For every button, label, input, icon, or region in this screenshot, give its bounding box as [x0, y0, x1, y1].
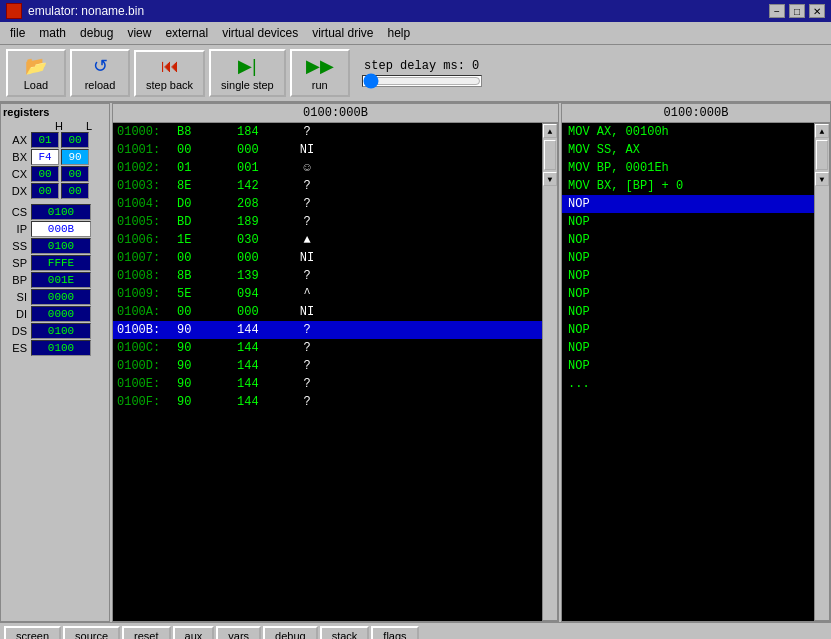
hex-b2: 144: [237, 321, 297, 339]
reg-bx-name: BX: [3, 151, 27, 163]
asm-row[interactable]: NOP: [562, 231, 814, 249]
hex-row[interactable]: 01004: D0 208?: [113, 195, 542, 213]
hex-addr: 0100E:: [117, 375, 177, 393]
hex-row[interactable]: 01002: 01 001☺: [113, 159, 542, 177]
reg-ax-l[interactable]: 00: [61, 132, 89, 148]
reg-bx-l[interactable]: 90: [61, 149, 89, 165]
reg-es-name: ES: [3, 342, 27, 354]
asm-row[interactable]: MOV BX, [BP] + 0: [562, 177, 814, 195]
hex-row[interactable]: 01003: 8E 142?: [113, 177, 542, 195]
aux-button[interactable]: aux: [173, 626, 215, 639]
menu-help[interactable]: help: [382, 24, 417, 42]
asm-row[interactable]: MOV BP, 0001Eh: [562, 159, 814, 177]
hex-row[interactable]: 0100B: 90 144?: [113, 321, 542, 339]
reg-ds-val[interactable]: 0100: [31, 323, 91, 339]
asm-row[interactable]: MOV SS, AX: [562, 141, 814, 159]
menu-view[interactable]: view: [121, 24, 157, 42]
hex-row[interactable]: 0100D: 90 144?: [113, 357, 542, 375]
menu-file[interactable]: file: [4, 24, 31, 42]
menu-external[interactable]: external: [159, 24, 214, 42]
reg-ax-h[interactable]: 01: [31, 132, 59, 148]
vars-button[interactable]: vars: [216, 626, 261, 639]
hex-b2: 184: [237, 123, 297, 141]
flags-button[interactable]: flags: [371, 626, 418, 639]
hex-row[interactable]: 01001: 00 000NI: [113, 141, 542, 159]
hex-row[interactable]: 01007: 00 000NI: [113, 249, 542, 267]
hex-row[interactable]: 01000: B8 184?: [113, 123, 542, 141]
asm-scroll-up[interactable]: ▲: [815, 124, 829, 138]
step-delay-input[interactable]: [363, 76, 481, 86]
reload-button[interactable]: ↺ reload: [70, 49, 130, 97]
reg-sp-val[interactable]: FFFE: [31, 255, 91, 271]
asm-row[interactable]: MOV AX, 00100h: [562, 123, 814, 141]
run-button[interactable]: ▶▶ run: [290, 49, 350, 97]
single-step-icon: ▶|: [238, 55, 257, 77]
window-title: emulator: noname.bin: [28, 4, 144, 18]
asm-row[interactable]: NOP: [562, 249, 814, 267]
stack-button[interactable]: stack: [320, 626, 370, 639]
reg-es-val[interactable]: 0100: [31, 340, 91, 356]
asm-row[interactable]: NOP: [562, 285, 814, 303]
single-step-button[interactable]: ▶| single step: [209, 49, 286, 97]
reg-cx-h[interactable]: 00: [31, 166, 59, 182]
load-button[interactable]: 📂 Load: [6, 49, 66, 97]
asm-row[interactable]: NOP: [562, 213, 814, 231]
asm-scroll-thumb[interactable]: [816, 140, 828, 170]
hex-row[interactable]: 0100F: 90 144?: [113, 393, 542, 411]
asm-row[interactable]: ...: [562, 375, 814, 393]
reg-ss-name: SS: [3, 240, 27, 252]
hex-row[interactable]: 01008: 8B 139?: [113, 267, 542, 285]
asm-panel[interactable]: MOV AX, 00100hMOV SS, AXMOV BP, 0001EhMO…: [562, 123, 814, 621]
hex-scroll-up[interactable]: ▲: [543, 124, 557, 138]
hex-row[interactable]: 01006: 1E 030▲: [113, 231, 542, 249]
hex-char: ?: [297, 267, 317, 285]
menu-virtual-devices[interactable]: virtual devices: [216, 24, 304, 42]
hex-addr: 01000:: [117, 123, 177, 141]
source-button[interactable]: source: [63, 626, 120, 639]
hex-char: ^: [297, 285, 317, 303]
hex-row[interactable]: 0100C: 90 144?: [113, 339, 542, 357]
reg-bp-val[interactable]: 001E: [31, 272, 91, 288]
hex-b2: 142: [237, 177, 297, 195]
hex-row[interactable]: 01009: 5E 094^: [113, 285, 542, 303]
asm-row[interactable]: NOP: [562, 339, 814, 357]
step-back-button[interactable]: ⏮ step back: [134, 50, 205, 97]
maximize-button[interactable]: □: [789, 4, 805, 18]
asm-scroll-down[interactable]: ▼: [815, 172, 829, 186]
reg-cx-name: CX: [3, 168, 27, 180]
hex-b1: 8B: [177, 267, 237, 285]
reg-dx-row: DX 00 00: [3, 183, 107, 199]
screen-button[interactable]: screen: [4, 626, 61, 639]
hex-row[interactable]: 0100E: 90 144?: [113, 375, 542, 393]
menu-debug[interactable]: debug: [74, 24, 119, 42]
menu-math[interactable]: math: [33, 24, 72, 42]
reg-cs-val[interactable]: 0100: [31, 204, 91, 220]
minimize-button[interactable]: −: [769, 4, 785, 18]
reg-si-val[interactable]: 0000: [31, 289, 91, 305]
reg-bx-h[interactable]: F4: [31, 149, 59, 165]
asm-row[interactable]: NOP: [562, 195, 814, 213]
hex-scroll-thumb[interactable]: [544, 140, 556, 170]
hex-scrollbar[interactable]: ▲ ▼: [542, 123, 558, 621]
step-delay-slider[interactable]: [362, 75, 482, 87]
asm-row[interactable]: NOP: [562, 267, 814, 285]
asm-row[interactable]: NOP: [562, 357, 814, 375]
asm-scrollbar[interactable]: ▲ ▼: [814, 123, 830, 621]
hex-scroll-down[interactable]: ▼: [543, 172, 557, 186]
reg-dx-h[interactable]: 00: [31, 183, 59, 199]
asm-row[interactable]: NOP: [562, 303, 814, 321]
reg-ip-val[interactable]: 000B: [31, 221, 91, 237]
reg-ss-val[interactable]: 0100: [31, 238, 91, 254]
close-button[interactable]: ✕: [809, 4, 825, 18]
hex-row[interactable]: 01005: BD 189?: [113, 213, 542, 231]
asm-row[interactable]: NOP: [562, 321, 814, 339]
hex-row[interactable]: 0100A: 00 000NI: [113, 303, 542, 321]
hex-addr: 01009:: [117, 285, 177, 303]
hex-panel[interactable]: 01000: B8 184?01001: 00 000NI01002: 01 0…: [113, 123, 542, 621]
reg-cx-l[interactable]: 00: [61, 166, 89, 182]
debug-button[interactable]: debug: [263, 626, 318, 639]
reg-di-val[interactable]: 0000: [31, 306, 91, 322]
menu-virtual-drive[interactable]: virtual drive: [306, 24, 379, 42]
reg-dx-l[interactable]: 00: [61, 183, 89, 199]
reset-button[interactable]: reset: [122, 626, 170, 639]
